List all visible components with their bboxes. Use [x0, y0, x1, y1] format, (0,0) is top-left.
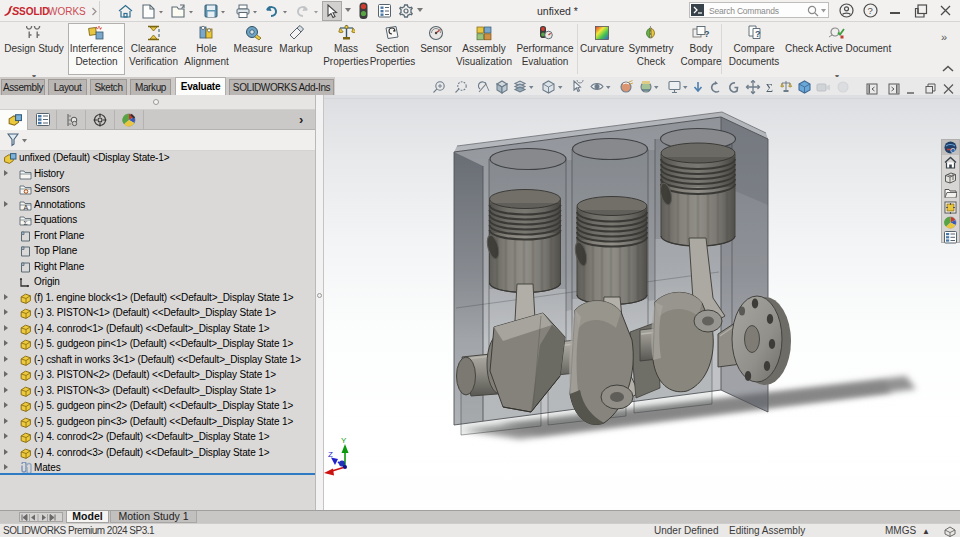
svg-text:SOLID: SOLID — [19, 6, 50, 17]
svg-text:Σ: Σ — [766, 81, 773, 95]
svg-text:WORKS: WORKS — [48, 6, 86, 17]
svg-text:Σ: Σ — [24, 219, 28, 227]
svg-text:Z: Z — [328, 450, 333, 459]
svg-text:Y: Y — [341, 436, 347, 445]
svg-text:?: ? — [704, 29, 710, 39]
svg-text:A: A — [24, 203, 29, 210]
svg-text:?: ? — [868, 5, 873, 16]
svg-text:?: ? — [755, 29, 761, 39]
